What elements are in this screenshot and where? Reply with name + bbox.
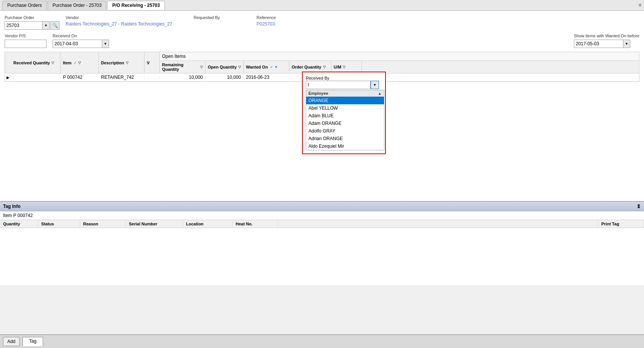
vendor-field: Vendor Raiders Technologies_27 - Raiders… — [66, 15, 172, 27]
cell-description: RETAINER_742 — [99, 73, 145, 81]
um-filter-icon[interactable]: ▽ — [343, 65, 345, 69]
row-indicator: ▶ — [5, 74, 11, 81]
received-on-combo[interactable]: ▼ — [53, 40, 109, 48]
received-by-label: Received By — [306, 76, 329, 80]
col-header-remaining-qty: Remaining Quantity ▽ — [160, 61, 206, 73]
cell-v — [145, 76, 160, 78]
tag-col-heat-no: Heat No. — [233, 220, 278, 228]
show-wanted-on-label: Show items with Wanted On before — [574, 34, 639, 38]
tag-grid-body — [0, 228, 644, 285]
open-items-section: Open Items Remaining Quantity ▽ Open Qua… — [160, 52, 639, 73]
form-row-1: Purchase Order ▼ 🔍 Vendor Raiders Techno… — [5, 15, 639, 30]
form-row-2: Vendor P/S Received On ▼ Received By ▼ E… — [5, 34, 639, 48]
open-qty-filter-icon[interactable]: ▽ — [238, 65, 241, 69]
requested-by-label: Requested By — [194, 15, 220, 20]
tab-po-receiving[interactable]: P/O Receiving - 25703 — [107, 1, 165, 10]
item-filter-icon[interactable]: ▽ — [78, 61, 81, 65]
purchase-order-input[interactable] — [5, 21, 43, 30]
tag-col-spacer — [278, 220, 598, 228]
vendor-ps-input[interactable] — [5, 40, 47, 48]
cell-wanted-on: 2016-06-23 — [244, 73, 289, 81]
dropdown-item-orange[interactable]: ORANGE — [306, 97, 384, 104]
show-wanted-on-dropdown-btn[interactable]: ▼ — [623, 40, 630, 48]
received-on-input[interactable] — [53, 40, 102, 48]
vendor-ps-field: Vendor P/S — [5, 34, 47, 48]
wanted-on-sort-icon[interactable]: ⟋ — [270, 65, 273, 69]
dropdown-scroll-up[interactable]: ▲ — [378, 91, 382, 96]
main-grid-header: Received Quantity ▽ Item ⟋ ▽ Description… — [5, 52, 639, 73]
cell-item: P 000742 — [61, 73, 99, 81]
item-sort-icon[interactable]: ⟋ — [73, 61, 77, 65]
vendor-value: Raiders Technologies_27 - Raiders Techno… — [66, 21, 172, 27]
main-content: Purchase Order ▼ 🔍 Vendor Raiders Techno… — [0, 11, 644, 201]
received-qty-filter-icon[interactable]: ▽ — [51, 61, 54, 65]
tag-info-resize-icon[interactable]: ⇕ — [636, 203, 641, 209]
purchase-order-combo[interactable]: ▼ 🔍 — [5, 21, 59, 30]
reference-field: Reference P025703 — [257, 15, 276, 27]
cell-open-qty: 10,000 — [206, 73, 244, 81]
wanted-on-filter-icon[interactable]: ▼ — [275, 65, 278, 69]
dropdown-item-adam-blue[interactable]: Adam BLUE — [306, 112, 384, 120]
open-items-columns: Remaining Quantity ▽ Open Quantity ▽ Wan… — [160, 61, 639, 73]
col-header-v: V — [145, 52, 160, 73]
received-by-input-row: ▼ — [306, 81, 382, 89]
show-wanted-on-field: Show items with Wanted On before ▼ — [574, 34, 639, 48]
received-by-input[interactable] — [306, 81, 371, 89]
tag-info-header: Tag Info ⇕ — [0, 202, 644, 211]
cell-remaining-qty: 10,000 — [160, 73, 206, 81]
description-filter-icon[interactable]: ▽ — [126, 61, 128, 65]
dropdown-item-adrian-orange[interactable]: Adrian ORANGE — [306, 135, 384, 142]
tag-col-location: Location — [183, 220, 233, 228]
received-on-dropdown-btn[interactable]: ▼ — [102, 40, 109, 48]
received-on-label: Received On — [53, 34, 109, 38]
purchase-order-field: Purchase Order ▼ 🔍 — [5, 15, 59, 30]
show-wanted-on-input[interactable] — [574, 40, 623, 48]
tag-col-quantity: Quantity — [0, 220, 38, 228]
col-header-received-qty: Received Quantity ▽ — [11, 52, 61, 73]
tab-purchase-orders[interactable]: Purchase Orders — [2, 1, 47, 10]
purchase-order-label: Purchase Order — [5, 15, 59, 20]
received-by-dropdown-container: Received By ▼ Employee ▲ ORANGE Abel YEL… — [302, 72, 386, 154]
tag-grid-header: Quantity Status Reason Serial Number Loc… — [0, 220, 644, 228]
tag-col-status: Status — [38, 220, 80, 228]
tab-purchase-order[interactable]: Purchase Order - 25703 — [48, 1, 107, 10]
col-header-wanted-on: Wanted On ⟋ ▼ — [244, 61, 289, 73]
dropdown-item-adam-orange[interactable]: Adam ORANGE — [306, 120, 384, 127]
title-bar: Purchase Orders Purchase Order - 25703 P… — [0, 0, 644, 11]
col-header-description: Description ▽ — [99, 52, 145, 73]
received-by-dropdown-list: Employee ▲ ORANGE Abel YELLOW Adam BLUE … — [306, 90, 384, 150]
tag-col-serial-number: Serial Number — [126, 220, 183, 228]
row-indicator-header — [5, 52, 11, 73]
vendor-label: Vendor — [66, 15, 172, 20]
received-on-field: Received On ▼ — [53, 34, 109, 48]
remaining-qty-filter-icon[interactable]: ▽ — [200, 65, 203, 69]
vendor-ps-label: Vendor P/S — [5, 34, 47, 38]
received-by-dropdown-btn[interactable]: ▼ — [371, 81, 379, 89]
requested-by-field: Requested By — [194, 15, 220, 20]
col-header-item: Item ⟋ ▽ — [61, 52, 99, 73]
show-wanted-on-combo[interactable]: ▼ — [574, 40, 639, 48]
open-items-label: Open Items — [160, 52, 639, 61]
tag-info-label: Tag Info — [3, 204, 21, 209]
tag-info-item-label: Item P 000742 — [0, 211, 644, 220]
cell-received-qty — [11, 76, 61, 78]
purchase-order-dropdown-btn[interactable]: ▼ — [43, 21, 50, 30]
tag-col-reason: Reason — [80, 220, 126, 228]
col-header-open-qty: Open Quantity ▽ — [206, 61, 244, 73]
order-qty-filter-icon[interactable]: ▽ — [323, 65, 326, 69]
dropdown-item-aldo-ezequiel[interactable]: Aldo Ezequiel Mir — [306, 142, 384, 150]
dropdown-item-abel-yellow[interactable]: Abel YELLOW — [306, 104, 384, 112]
reference-value: P025703 — [257, 21, 276, 27]
purchase-order-search-btn[interactable]: 🔍 — [50, 21, 59, 30]
close-button[interactable]: × — [638, 2, 642, 8]
bottom-section: Tag Info ⇕ Item P 000742 Quantity Status… — [0, 201, 644, 285]
reference-label: Reference — [257, 15, 276, 20]
dropdown-item-adolfo-gray[interactable]: Adolfo GRAY — [306, 127, 384, 135]
dropdown-header: Employee ▲ — [306, 90, 384, 97]
tag-col-print-tag: Print Tag — [598, 220, 644, 228]
